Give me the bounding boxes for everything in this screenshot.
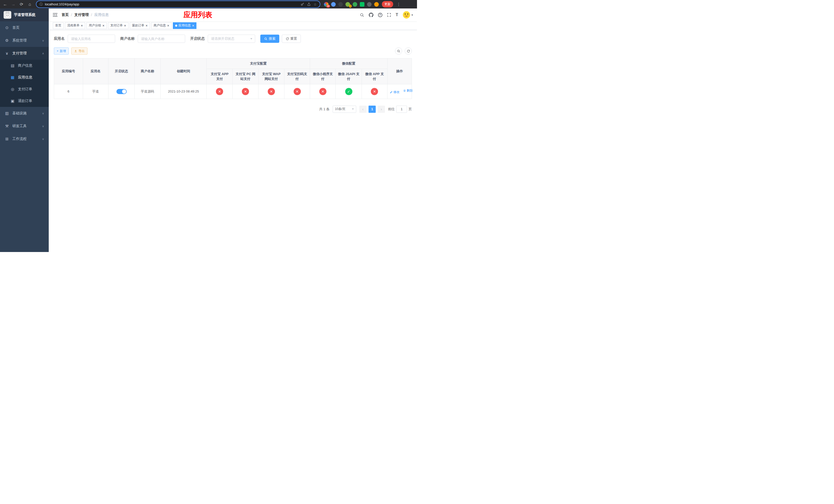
goto-page-input[interactable] <box>396 106 407 113</box>
trash-icon <box>403 89 406 92</box>
breadcrumb-separator: / <box>71 13 72 17</box>
github-icon[interactable] <box>369 13 373 17</box>
prev-page-button[interactable]: ‹ <box>359 106 367 113</box>
site-info-icon[interactable]: ⓘ <box>40 2 43 7</box>
tab-app-info[interactable]: 应用信息 × <box>173 22 196 29</box>
tab-process-form[interactable]: 流程表单 × <box>65 22 85 29</box>
tab-user-group[interactable]: 用户分组 × <box>86 22 107 29</box>
page-unit-label: 页 <box>409 107 412 112</box>
breadcrumb-separator: / <box>91 13 92 17</box>
sidebar-item-pay-order[interactable]: ◎ 支付订单 <box>0 83 49 95</box>
tab-close-icon[interactable]: × <box>146 24 148 27</box>
tab-close-icon[interactable]: × <box>192 24 194 27</box>
sidebar-item-label: 工作流程 <box>12 137 27 141</box>
sidebar-item-infra[interactable]: ▥ 基础设施 ∨ <box>0 107 49 120</box>
status-label: 开启状态 <box>190 37 205 41</box>
page-content: 应用名 商户名称 开启状态 请选择开启状态 <box>49 30 417 252</box>
sidebar-item-refund-order[interactable]: ▣ 退款订单 <box>0 95 49 107</box>
col-header-wechat-jsapi: 微信 JSAPI 支付 <box>336 69 361 84</box>
url-bar[interactable]: ⓘ localhost:1024/pay/app ☆ <box>37 1 320 7</box>
yen-icon: ¥ <box>5 51 9 55</box>
chrome-update-button[interactable]: 更新 <box>382 1 393 7</box>
tab-close-icon[interactable]: × <box>81 24 83 27</box>
breadcrumb-home[interactable]: 首页 <box>62 13 69 17</box>
tab-label: 支付订单 <box>110 23 123 28</box>
sidebar-logo[interactable]: 芋道管理系统 <box>0 8 49 21</box>
forward-icon[interactable]: → <box>11 2 16 6</box>
refresh-table-button[interactable] <box>405 47 412 54</box>
sidebar-item-label: 退款订单 <box>18 99 32 103</box>
grid-icon: ▦ <box>10 75 15 80</box>
breadcrumb-payment[interactable]: 支付管理 <box>74 13 89 17</box>
extension-badge: 10 <box>326 5 330 8</box>
tab-close-icon[interactable]: × <box>102 24 104 27</box>
hamburger-icon[interactable] <box>53 13 58 17</box>
refresh-icon <box>407 49 410 53</box>
extension-colorful-icon[interactable]: 10 <box>324 2 329 7</box>
breadcrumb-current: 应用信息 <box>94 13 109 17</box>
bookmark-star-icon[interactable]: ☆ <box>313 2 317 6</box>
col-header-wechat-app: 微信 APP 支付 <box>361 69 387 84</box>
help-icon[interactable]: ? <box>378 13 382 17</box>
password-key-icon[interactable] <box>301 2 304 6</box>
reset-refresh-icon <box>286 37 289 41</box>
tab-home[interactable]: 首页 <box>53 22 64 29</box>
sidebar-item-payment[interactable]: ¥ 支付管理 ∧ <box>0 47 49 60</box>
sidebar-item-app-info[interactable]: ▦ 应用信息 <box>0 71 49 83</box>
search-form: 应用名 商户名称 开启状态 请选择开启状态 <box>54 35 412 43</box>
next-page-button[interactable]: › <box>378 106 385 113</box>
edit-link[interactable]: 修改 <box>389 90 399 94</box>
breadcrumb: 首页 / 支付管理 / 应用信息 <box>62 13 109 17</box>
extension-dark-icon[interactable] <box>338 2 343 7</box>
status-select-placeholder: 请选择开启状态 <box>211 37 235 41</box>
tab-pay-order[interactable]: 支付订单 × <box>108 22 128 29</box>
search-button[interactable]: 搜索 <box>260 35 279 43</box>
merchant-name-input[interactable] <box>138 35 185 43</box>
user-avatar[interactable]: ▾ <box>403 11 413 19</box>
add-button[interactable]: + 新增 <box>54 47 69 54</box>
status-toggle[interactable] <box>116 89 127 94</box>
status-select[interactable]: 请选择开启状态 <box>208 35 255 43</box>
sidebar-item-workflow[interactable]: ⊞ 工作流程 ∨ <box>0 133 49 145</box>
share-icon[interactable] <box>307 2 311 6</box>
col-header-status: 开启状态 <box>108 59 134 84</box>
edit-pencil-icon <box>390 91 393 94</box>
tab-close-icon[interactable]: × <box>167 24 169 27</box>
tab-close-icon[interactable]: × <box>124 24 126 27</box>
extension-avatar-icon[interactable]: 1 <box>346 2 350 7</box>
extension-face-icon[interactable] <box>374 2 379 7</box>
export-button[interactable]: 导出 <box>71 47 87 54</box>
app-name-input[interactable] <box>68 35 115 43</box>
select-caret-icon <box>352 109 354 110</box>
home-icon[interactable]: ⌂ <box>27 2 32 6</box>
extensions-puzzle-icon[interactable] <box>367 2 372 7</box>
toggle-search-button[interactable] <box>395 47 402 54</box>
sidebar-item-system[interactable]: ⚙ 系统管理 ∨ <box>0 34 49 47</box>
search-icon[interactable] <box>360 13 364 17</box>
url-text[interactable]: localhost:1024/pay/app <box>45 2 299 6</box>
page-1-button[interactable]: 1 <box>369 106 376 113</box>
reload-icon[interactable]: ⟳ <box>19 2 24 6</box>
tab-merchant-info[interactable]: 商户信息 × <box>151 22 172 29</box>
extension-green-icon[interactable] <box>353 2 357 7</box>
browser-menu-icon[interactable]: ⋮ <box>396 2 401 7</box>
table-row: 6 芋道 芋道源码 2021-10-23 08:49:25 ✕ ✕ ✕ ✕ ✕ … <box>54 84 412 99</box>
extension-wechat-icon[interactable] <box>360 2 365 7</box>
fullscreen-icon[interactable] <box>387 13 391 17</box>
screen: ← → ⟳ ⌂ ⓘ localhost:1024/pay/app ☆ 10 1 <box>0 0 417 252</box>
sidebar-item-dev-tools[interactable]: ⚒ 研发工具 ∨ <box>0 120 49 133</box>
tab-refund-order[interactable]: 退款订单 × <box>130 22 150 29</box>
back-icon[interactable]: ← <box>3 2 8 6</box>
delete-link[interactable]: 删除 <box>403 88 413 93</box>
tab-label: 流程表单 <box>67 23 80 28</box>
sidebar-item-home[interactable]: ⊙ 首页 <box>0 21 49 34</box>
navbar-actions: ? T ▾ <box>360 11 413 19</box>
plus-icon: + <box>57 49 59 53</box>
search-icon <box>397 49 400 53</box>
page-size-value: 10条/页 <box>335 107 346 111</box>
font-size-icon[interactable]: T <box>396 13 398 17</box>
extension-drop-icon[interactable] <box>331 2 336 7</box>
page-size-select[interactable]: 10条/页 <box>333 106 356 113</box>
reset-button[interactable]: 重置 <box>282 35 301 43</box>
sidebar-item-merchant-info[interactable]: ▤ 商户信息 <box>0 60 49 71</box>
